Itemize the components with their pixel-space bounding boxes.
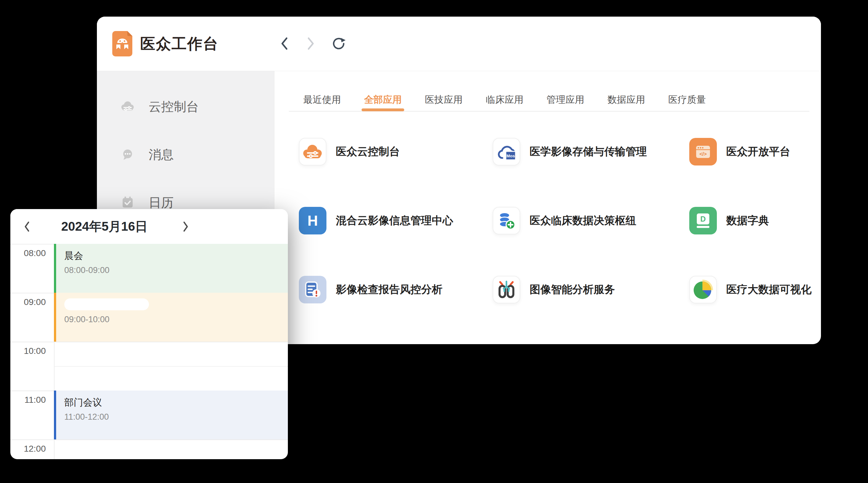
sidebar-item-messages[interactable]: 消息 bbox=[119, 145, 174, 164]
app-name: 医众云控制台 bbox=[336, 144, 400, 159]
time-label: 08:00 bbox=[10, 248, 46, 258]
tab-all-apps[interactable]: 全部应用 bbox=[364, 94, 402, 105]
svg-text:D: D bbox=[700, 215, 706, 223]
mos-cloud-app-icon: Mos bbox=[493, 138, 520, 165]
data-dictionary-app-icon: D bbox=[689, 207, 717, 234]
open-platform-app-icon: </> bbox=[689, 138, 717, 165]
app-report-risk-analysis[interactable]: 影像检查报告风控分析 bbox=[299, 276, 442, 303]
app-category-tabs: 最近使用 全部应用 医技应用 临床应用 管理应用 数据应用 医疗质量 bbox=[303, 94, 706, 105]
message-bubble-icon bbox=[119, 146, 136, 163]
redacted-event-title bbox=[64, 298, 149, 310]
report-risk-app-icon bbox=[299, 276, 327, 303]
nav-forward-icon[interactable] bbox=[306, 37, 315, 51]
app-open-platform[interactable]: </> 医众开放平台 bbox=[689, 138, 790, 165]
cloud-console-app-icon bbox=[299, 138, 327, 165]
event-time: 08:00-09:00 bbox=[64, 265, 288, 275]
time-label: 12:00 bbox=[10, 444, 46, 454]
window-header: 医众工作台 bbox=[97, 17, 821, 71]
chevron-right-icon[interactable] bbox=[182, 221, 189, 232]
window-title: 医众工作台 bbox=[140, 17, 219, 71]
nav-refresh-icon[interactable] bbox=[332, 36, 346, 51]
hybrid-cloud-h-app-icon: H bbox=[299, 207, 327, 234]
event-title: 部门会议 bbox=[64, 396, 288, 409]
calendar-event-department-meeting[interactable]: 部门会议 11:00-12:00 bbox=[54, 390, 288, 440]
calendar-date: 2024年5月16日 bbox=[35, 209, 174, 244]
app-bigdata-visualization[interactable]: 医疗大数据可视化 bbox=[689, 276, 811, 303]
time-label: 11:00 bbox=[10, 395, 46, 405]
cloud-settings-icon bbox=[119, 98, 136, 115]
tab-data[interactable]: 数据应用 bbox=[608, 94, 645, 105]
sidebar-item-label: 消息 bbox=[149, 146, 174, 163]
bigdata-pie-app-icon bbox=[689, 276, 717, 303]
chevron-left-icon[interactable] bbox=[24, 221, 30, 232]
tab-management[interactable]: 管理应用 bbox=[547, 94, 584, 105]
workbench-logo-icon bbox=[112, 31, 132, 57]
app-clinical-data-hub[interactable]: 医众临床数据决策枢纽 bbox=[493, 207, 636, 234]
clinical-data-hub-app-icon bbox=[493, 207, 520, 234]
app-name: 医学影像存储与传输管理 bbox=[530, 144, 647, 159]
app-imaging-storage[interactable]: Mos 医学影像存储与传输管理 bbox=[493, 138, 647, 165]
tab-clinical[interactable]: 临床应用 bbox=[486, 94, 523, 105]
svg-text:</>: </> bbox=[699, 151, 707, 157]
app-data-dictionary[interactable]: D 数据字典 bbox=[689, 207, 769, 234]
calendar-header: 2024年5月16日 bbox=[10, 209, 288, 245]
screen: 医众工作台 bbox=[0, 0, 868, 483]
event-title: 晨会 bbox=[64, 250, 288, 262]
app-hybrid-cloud-center[interactable]: H 混合云影像信息管理中心 bbox=[299, 207, 453, 234]
nav-back-icon[interactable] bbox=[280, 37, 289, 51]
tab-quality[interactable]: 医疗质量 bbox=[668, 94, 706, 105]
calendar-event-morning-meeting[interactable]: 晨会 08:00-09:00 bbox=[54, 244, 288, 293]
tab-recent[interactable]: 最近使用 bbox=[303, 94, 341, 105]
calendar-check-icon bbox=[119, 194, 136, 211]
lungs-ai-app-icon bbox=[493, 276, 520, 303]
hour-line bbox=[10, 440, 288, 440]
sidebar-item-label: 日历 bbox=[149, 194, 174, 211]
sidebar-item-label: 云控制台 bbox=[149, 98, 199, 115]
app-name: 数据字典 bbox=[726, 214, 769, 228]
app-name: 医众开放平台 bbox=[726, 144, 790, 159]
app-name: 影像检查报告风控分析 bbox=[336, 282, 442, 297]
app-cloud-console[interactable]: 医众云控制台 bbox=[299, 138, 400, 165]
app-name: 混合云影像信息管理中心 bbox=[336, 214, 453, 228]
sidebar-item-cloud-console[interactable]: 云控制台 bbox=[119, 97, 199, 116]
tab-medtech[interactable]: 医技应用 bbox=[425, 94, 463, 105]
app-image-ai-service[interactable]: 图像智能分析服务 bbox=[493, 276, 615, 303]
app-name: 医疗大数据可视化 bbox=[726, 282, 811, 297]
event-time: 11:00-12:00 bbox=[64, 412, 288, 422]
svg-text:Mos: Mos bbox=[506, 154, 515, 158]
event-time: 09:00-10:00 bbox=[64, 315, 288, 324]
app-name: 图像智能分析服务 bbox=[530, 282, 615, 297]
time-label: 09:00 bbox=[10, 297, 46, 307]
day-calendar-panel: 2024年5月16日 08:00 09:00 10:00 11:00 12:00… bbox=[10, 209, 288, 459]
half-hour-line bbox=[55, 366, 288, 367]
hour-line bbox=[10, 342, 288, 342]
app-name: 医众临床数据决策枢纽 bbox=[530, 214, 636, 228]
time-label: 10:00 bbox=[10, 346, 46, 356]
calendar-event-redacted[interactable]: 09:00-10:00 bbox=[54, 293, 288, 342]
